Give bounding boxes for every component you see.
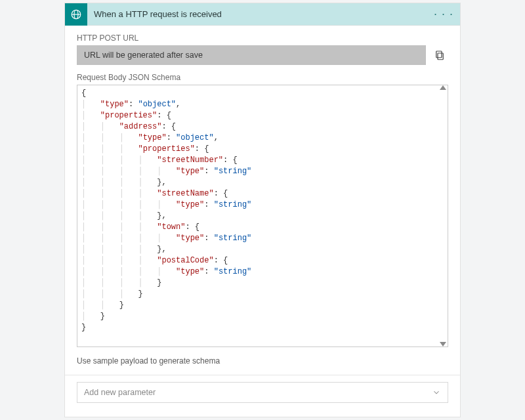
copy-url-button[interactable]: [431, 45, 448, 65]
http-globe-icon: [65, 3, 87, 26]
card-body: HTTP POST URL URL will be generated afte…: [65, 26, 460, 375]
json-schema-editor[interactable]: { │ "type": "object", │ "properties": { …: [77, 85, 448, 347]
section-divider: [65, 375, 460, 375]
scroll-down-icon[interactable]: [440, 342, 446, 346]
copy-icon: [434, 49, 446, 61]
card-header[interactable]: When a HTTP request is received · · ·: [65, 3, 460, 26]
add-parameter-dropdown[interactable]: Add new parameter: [77, 382, 448, 403]
use-sample-payload-link[interactable]: Use sample payload to generate schema: [77, 356, 448, 366]
trigger-card: When a HTTP request is received · · · HT…: [64, 3, 461, 417]
scroll-up-icon[interactable]: [440, 85, 446, 90]
more-menu-button[interactable]: · · ·: [427, 7, 460, 21]
add-parameter-placeholder: Add new parameter: [84, 388, 156, 397]
svg-rect-4: [436, 51, 442, 58]
url-label: HTTP POST URL: [77, 33, 448, 43]
svg-rect-3: [438, 53, 443, 60]
url-row: URL will be generated after save: [77, 45, 448, 65]
schema-label: Request Body JSON Schema: [77, 73, 448, 82]
chevron-down-icon: [432, 388, 441, 397]
card-title: When a HTTP request is received: [87, 9, 427, 19]
http-post-url-field: URL will be generated after save: [77, 45, 426, 65]
